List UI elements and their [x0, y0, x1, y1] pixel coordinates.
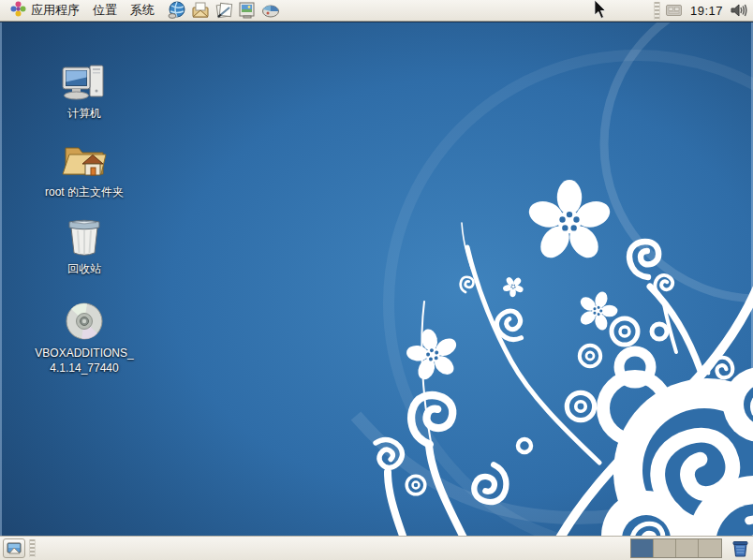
- desktop-icon-home-folder[interactable]: root 的主文件夹: [28, 140, 140, 199]
- text-editor-launcher[interactable]: [214, 1, 234, 21]
- photo-window-icon: [238, 1, 257, 20]
- bottom-panel: [0, 536, 753, 560]
- menu-places-label: 位置: [93, 2, 117, 19]
- desktop-icon-label: 计算机: [66, 106, 103, 121]
- panel-drag-grip[interactable]: [29, 539, 36, 557]
- panel-launchers: [167, 1, 281, 21]
- trash-applet-icon: [731, 539, 749, 558]
- documents-pen-icon: [214, 1, 233, 20]
- workspace-2[interactable]: [654, 539, 676, 557]
- keyboard-icon: [666, 5, 682, 16]
- trash-applet[interactable]: [730, 539, 750, 558]
- desktop-icon-cdrom[interactable]: VBOXADDITIONS_4.1.14_77440: [19, 302, 150, 376]
- home-folder-icon: [60, 140, 109, 182]
- pie-chart-icon: [261, 1, 280, 20]
- volume-control[interactable]: [729, 1, 749, 20]
- menu-applications[interactable]: 应用程序: [4, 1, 86, 21]
- menu-places[interactable]: 位置: [86, 1, 124, 21]
- image-viewer-launcher[interactable]: [237, 1, 258, 21]
- trash-can-icon: [63, 217, 106, 258]
- desktop-icon-label: root 的主文件夹: [43, 184, 126, 199]
- distro-logo-icon: [10, 1, 26, 20]
- desktop-icon-computer[interactable]: 计算机: [28, 64, 140, 121]
- workspace-3[interactable]: [676, 539, 699, 557]
- envelope-icon: [191, 1, 210, 20]
- menu-system[interactable]: 系统: [124, 1, 161, 21]
- menu-system-label: 系统: [130, 2, 155, 19]
- globe-icon: [168, 1, 186, 20]
- panel-clock[interactable]: 19:17: [685, 4, 729, 18]
- panel-drag-grip[interactable]: [654, 2, 660, 20]
- desktop-icon-label: 回收站: [66, 261, 103, 276]
- web-browser-launcher[interactable]: [167, 1, 187, 21]
- workspace-switcher: [630, 538, 722, 558]
- menu-applications-label: 应用程序: [31, 2, 80, 19]
- top-panel: 应用程序 位置 系统: [0, 0, 753, 22]
- system-monitor-launcher[interactable]: [260, 1, 281, 21]
- speaker-icon: [731, 3, 748, 18]
- show-desktop-icon: [7, 542, 22, 555]
- email-client-launcher[interactable]: [190, 1, 211, 21]
- workspace-4[interactable]: [699, 539, 721, 557]
- mouse-cursor: [594, 0, 609, 24]
- keyboard-indicator[interactable]: [664, 1, 685, 20]
- workspace-1[interactable]: [631, 539, 654, 557]
- computer-icon: [61, 64, 108, 103]
- show-desktop-button[interactable]: [3, 538, 25, 558]
- desktop-area[interactable]: 计算机 root 的主文件夹 回收站: [0, 22, 753, 536]
- desktop-icon-label: VBOXADDITIONS_4.1.14_77440: [29, 346, 140, 376]
- cd-disc-icon: [62, 302, 107, 343]
- desktop-icon-trash[interactable]: 回收站: [28, 217, 140, 276]
